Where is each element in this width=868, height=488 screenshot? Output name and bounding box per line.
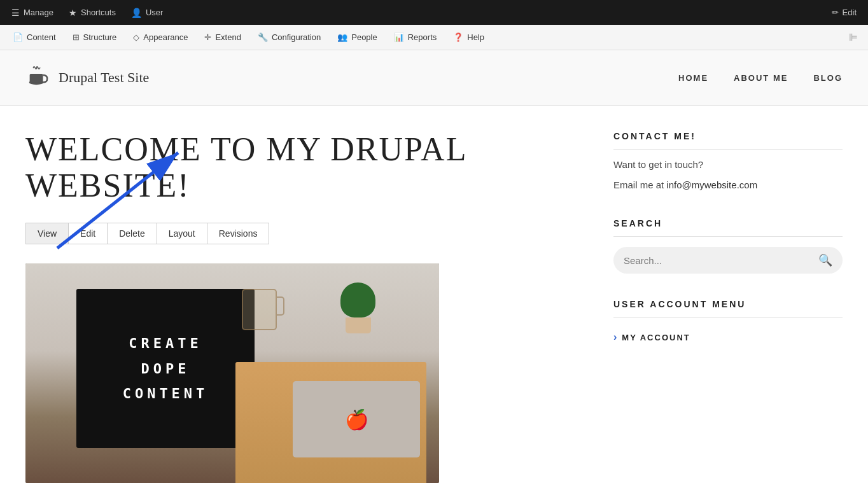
help-label: Help — [467, 32, 484, 42]
site-logo-area: Drupal Test Site — [25, 63, 149, 92]
content-icon: 📄 — [13, 32, 23, 42]
coffee-logo-icon — [25, 63, 50, 92]
shortcuts-label: Shortcuts — [81, 8, 116, 17]
site-title: Drupal Test Site — [59, 69, 149, 86]
extend-icon: ✛ — [204, 32, 211, 42]
site-header: Drupal Test Site HOME ABOUT ME BLOG — [0, 50, 868, 106]
menu-divider: ⊫ — [844, 27, 863, 47]
admin-menu: 📄 Content ⊞ Structure ◇ Appearance ✛ Ext… — [0, 25, 868, 50]
configuration-label: Configuration — [272, 32, 321, 42]
contact-email[interactable]: info@mywebsite.com — [666, 179, 757, 190]
reports-label: Reports — [408, 32, 437, 42]
contact-title: CONTACT ME! — [613, 131, 843, 150]
menu-appearance[interactable]: ◇ Appearance — [125, 29, 195, 46]
manage-button[interactable]: ☰ Manage — [5, 4, 60, 22]
sidebar: CONTACT ME! Want to get in touch? Email … — [613, 131, 843, 483]
sidebar-search: SEARCH 🔍 — [613, 218, 843, 274]
people-label: People — [351, 32, 377, 42]
menu-extend[interactable]: ✛ Extend — [197, 29, 248, 46]
my-account-label: MY ACCOUNT — [622, 333, 690, 342]
pencil-icon: ✏ — [832, 8, 839, 17]
my-account-item[interactable]: › MY ACCOUNT — [613, 325, 843, 349]
menu-help[interactable]: ❓ Help — [445, 29, 492, 46]
tab-layout[interactable]: Layout — [157, 223, 207, 244]
content-tabs: View Edit Delete Layout Revisions — [25, 223, 269, 244]
tab-edit[interactable]: Edit — [69, 223, 108, 244]
site-nav: HOME ABOUT ME BLOG — [678, 73, 843, 83]
sidebar-user-menu: USER ACCOUNT MENU › MY ACCOUNT — [613, 299, 843, 349]
admin-toolbar-right: ✏ Edit — [825, 4, 863, 21]
appearance-icon: ◇ — [133, 32, 139, 42]
edit-button[interactable]: ✏ Edit — [825, 4, 863, 21]
contact-line2: Email me at info@mywebsite.com — [613, 178, 843, 193]
menu-content[interactable]: 📄 Content — [5, 29, 64, 46]
admin-toolbar: ☰ Manage ★ Shortcuts 👤 User ✏ Edit — [0, 0, 868, 25]
configuration-icon: 🔧 — [258, 32, 268, 42]
nav-about[interactable]: ABOUT ME — [734, 73, 788, 83]
search-icon[interactable]: 🔍 — [818, 253, 832, 267]
structure-icon: ⊞ — [73, 32, 80, 42]
user-menu-title: USER ACCOUNT MENU — [613, 299, 843, 317]
admin-toolbar-left: ☰ Manage ★ Shortcuts 👤 User — [5, 4, 169, 22]
user-icon: 👤 — [131, 8, 142, 18]
user-button[interactable]: 👤 User — [125, 4, 169, 22]
menu-people[interactable]: 👥 People — [330, 29, 384, 46]
contact-line1: Want to get in touch? — [613, 157, 843, 172]
content-area: WELCOME TO MY DRUPAL WEBSITE! View Edit … — [25, 131, 575, 483]
search-box: 🔍 — [613, 247, 843, 274]
svg-rect-1 — [30, 74, 43, 82]
appearance-label: Appearance — [143, 32, 188, 42]
help-icon: ❓ — [453, 32, 463, 42]
tab-revisions[interactable]: Revisions — [207, 223, 269, 244]
main-content: WELCOME TO MY DRUPAL WEBSITE! View Edit … — [0, 106, 868, 488]
structure-label: Structure — [83, 32, 117, 42]
user-label: User — [146, 8, 163, 17]
search-input[interactable] — [624, 255, 818, 266]
menu-configuration[interactable]: 🔧 Configuration — [250, 29, 328, 46]
tab-delete[interactable]: Delete — [108, 223, 157, 244]
chevron-right-icon: › — [613, 331, 617, 343]
edit-label: Edit — [843, 8, 857, 17]
menu-structure[interactable]: ⊞ Structure — [65, 29, 125, 46]
sidebar-contact: CONTACT ME! Want to get in touch? Email … — [613, 131, 843, 193]
nav-blog[interactable]: BLOG — [813, 73, 843, 83]
page-title: WELCOME TO MY DRUPAL WEBSITE! — [25, 131, 575, 204]
shortcuts-button[interactable]: ★ Shortcuts — [62, 4, 122, 22]
tab-view[interactable]: View — [26, 223, 69, 244]
manage-label: Manage — [24, 8, 53, 17]
star-icon: ★ — [69, 8, 77, 18]
article-image: CREATEDOPECONTENT 🕶 — [25, 263, 439, 483]
hamburger-icon: ☰ — [11, 8, 20, 18]
nav-home[interactable]: HOME — [678, 73, 708, 83]
search-title: SEARCH — [613, 218, 843, 237]
people-icon: 👥 — [337, 32, 347, 42]
menu-reports[interactable]: 📊 Reports — [386, 29, 445, 46]
content-label: Content — [27, 32, 56, 42]
extend-label: Extend — [215, 32, 241, 42]
reports-icon: 📊 — [394, 32, 404, 42]
